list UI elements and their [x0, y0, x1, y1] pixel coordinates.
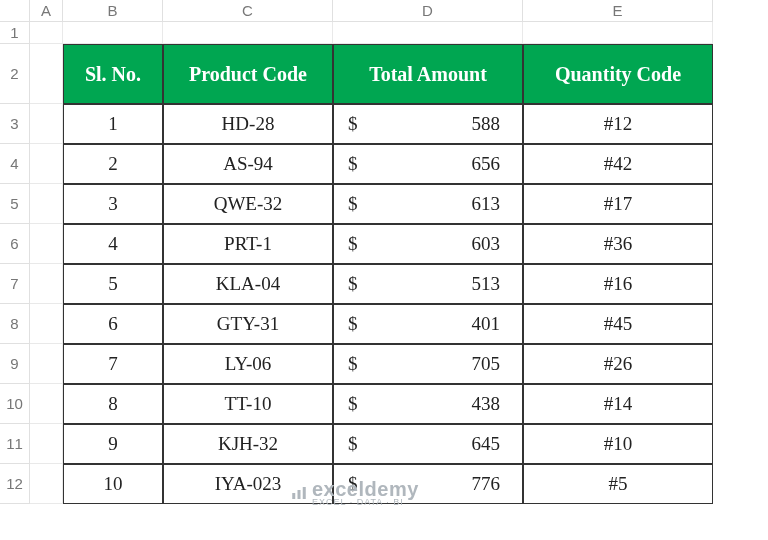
table-row[interactable]: 4	[63, 224, 163, 264]
row-header-2[interactable]: 2	[0, 44, 30, 104]
cell-A8[interactable]	[30, 304, 63, 344]
table-row[interactable]: QWE-32	[163, 184, 333, 224]
table-row[interactable]: $776	[333, 464, 523, 504]
table-row[interactable]: $438	[333, 384, 523, 424]
table-row[interactable]: TT-10	[163, 384, 333, 424]
cell-A4[interactable]	[30, 144, 63, 184]
table-row[interactable]: $401	[333, 304, 523, 344]
table-header-product[interactable]: Product Code	[163, 44, 333, 104]
cell-A5[interactable]	[30, 184, 63, 224]
cell-D1[interactable]	[333, 22, 523, 44]
currency-symbol: $	[348, 153, 358, 175]
table-row[interactable]: #10	[523, 424, 713, 464]
table-row[interactable]: LY-06	[163, 344, 333, 384]
cell-A1[interactable]	[30, 22, 63, 44]
table-row[interactable]: 8	[63, 384, 163, 424]
currency-symbol: $	[348, 473, 358, 495]
table-row[interactable]: $645	[333, 424, 523, 464]
table-row[interactable]: #36	[523, 224, 713, 264]
row-header-1[interactable]: 1	[0, 22, 30, 44]
currency-symbol: $	[348, 393, 358, 415]
table-row[interactable]: #16	[523, 264, 713, 304]
amount-value: 401	[472, 313, 501, 335]
table-row[interactable]: 9	[63, 424, 163, 464]
table-row[interactable]: #17	[523, 184, 713, 224]
cell-A7[interactable]	[30, 264, 63, 304]
row-header-4[interactable]: 4	[0, 144, 30, 184]
table-row[interactable]: $588	[333, 104, 523, 144]
currency-symbol: $	[348, 193, 358, 215]
cell-B1[interactable]	[63, 22, 163, 44]
table-row[interactable]: $613	[333, 184, 523, 224]
amount-value: 438	[472, 393, 501, 415]
cell-A11[interactable]	[30, 424, 63, 464]
cell-C1[interactable]	[163, 22, 333, 44]
table-row[interactable]: #26	[523, 344, 713, 384]
row-header-11[interactable]: 11	[0, 424, 30, 464]
table-row[interactable]: #42	[523, 144, 713, 184]
amount-value: 776	[472, 473, 501, 495]
spreadsheet-grid: A B C D E 1 2 Sl. No. Product Code Total…	[0, 0, 768, 504]
currency-symbol: $	[348, 433, 358, 455]
col-header-B[interactable]: B	[63, 0, 163, 22]
table-row[interactable]: $513	[333, 264, 523, 304]
currency-symbol: $	[348, 233, 358, 255]
row-header-8[interactable]: 8	[0, 304, 30, 344]
currency-symbol: $	[348, 113, 358, 135]
amount-value: 705	[472, 353, 501, 375]
table-row[interactable]: $603	[333, 224, 523, 264]
currency-symbol: $	[348, 273, 358, 295]
select-all-corner[interactable]	[0, 0, 30, 22]
table-row[interactable]: 6	[63, 304, 163, 344]
col-header-E[interactable]: E	[523, 0, 713, 22]
row-header-12[interactable]: 12	[0, 464, 30, 504]
row-header-3[interactable]: 3	[0, 104, 30, 144]
amount-value: 513	[472, 273, 501, 295]
table-header-qty[interactable]: Quantity Code	[523, 44, 713, 104]
table-row[interactable]: 5	[63, 264, 163, 304]
row-header-9[interactable]: 9	[0, 344, 30, 384]
cell-A6[interactable]	[30, 224, 63, 264]
amount-value: 588	[472, 113, 501, 135]
table-row[interactable]: 7	[63, 344, 163, 384]
row-header-6[interactable]: 6	[0, 224, 30, 264]
table-row[interactable]: PRT-1	[163, 224, 333, 264]
table-row[interactable]: 10	[63, 464, 163, 504]
cell-A10[interactable]	[30, 384, 63, 424]
row-header-5[interactable]: 5	[0, 184, 30, 224]
table-row[interactable]: HD-28	[163, 104, 333, 144]
table-row[interactable]: IYA-023	[163, 464, 333, 504]
table-row[interactable]: 2	[63, 144, 163, 184]
table-row[interactable]: KLA-04	[163, 264, 333, 304]
currency-symbol: $	[348, 353, 358, 375]
col-header-C[interactable]: C	[163, 0, 333, 22]
table-row[interactable]: GTY-31	[163, 304, 333, 344]
table-header-amount[interactable]: Total Amount	[333, 44, 523, 104]
currency-symbol: $	[348, 313, 358, 335]
table-row[interactable]: 1	[63, 104, 163, 144]
row-header-10[interactable]: 10	[0, 384, 30, 424]
table-row[interactable]: #12	[523, 104, 713, 144]
cell-A2[interactable]	[30, 44, 63, 104]
table-header-sl[interactable]: Sl. No.	[63, 44, 163, 104]
cell-A3[interactable]	[30, 104, 63, 144]
cell-A9[interactable]	[30, 344, 63, 384]
table-row[interactable]: KJH-32	[163, 424, 333, 464]
amount-value: 603	[472, 233, 501, 255]
cell-E1[interactable]	[523, 22, 713, 44]
table-row[interactable]: AS-94	[163, 144, 333, 184]
table-row[interactable]: 3	[63, 184, 163, 224]
table-row[interactable]: $705	[333, 344, 523, 384]
amount-value: 656	[472, 153, 501, 175]
table-row[interactable]: #14	[523, 384, 713, 424]
table-row[interactable]: #45	[523, 304, 713, 344]
table-row[interactable]: $656	[333, 144, 523, 184]
cell-A12[interactable]	[30, 464, 63, 504]
amount-value: 613	[472, 193, 501, 215]
col-header-D[interactable]: D	[333, 0, 523, 22]
col-header-A[interactable]: A	[30, 0, 63, 22]
table-row[interactable]: #5	[523, 464, 713, 504]
row-header-7[interactable]: 7	[0, 264, 30, 304]
amount-value: 645	[472, 433, 501, 455]
